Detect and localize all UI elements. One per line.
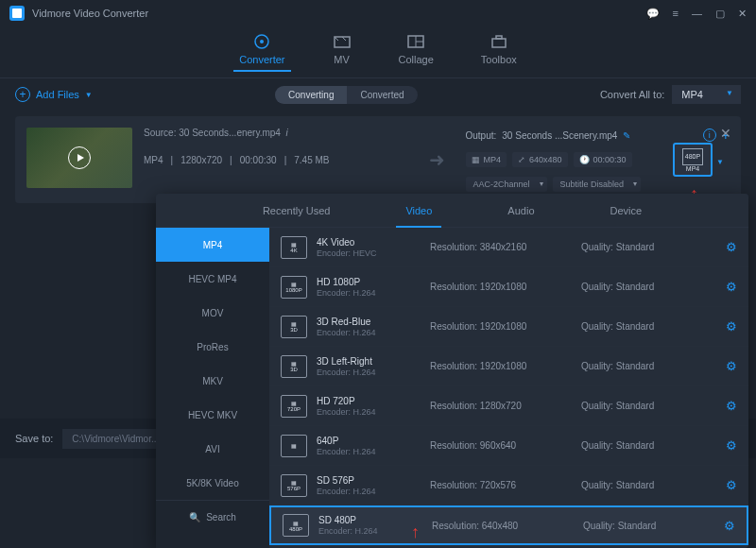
preset-encoder: Encoder: H.264 <box>317 328 421 337</box>
toolbox-icon <box>490 33 508 50</box>
preset-row[interactable]: ▦3D3D Left-RightEncoder: H.264Resolution… <box>269 347 748 386</box>
video-thumbnail[interactable] <box>26 128 132 188</box>
minimize-icon[interactable]: — <box>692 8 702 20</box>
format-mp4[interactable]: MP4 <box>156 228 269 262</box>
preset-badge-icon: ▦4K <box>281 236 307 259</box>
gear-icon[interactable]: ⚙ <box>726 478 737 492</box>
remove-file-button[interactable]: ✕ <box>720 126 731 141</box>
format-hevc-mkv[interactable]: HEVC MKV <box>156 398 269 432</box>
tab-collage-label: Collage <box>399 54 434 65</box>
gear-icon[interactable]: ⚙ <box>726 359 737 373</box>
svg-rect-2 <box>335 37 350 47</box>
preset-encoder: Encoder: H.264 <box>317 447 421 456</box>
subtab-converting[interactable]: Converting <box>275 86 347 104</box>
gear-icon[interactable]: ⚙ <box>724 519 735 533</box>
tab-toolbox-label: Toolbox <box>481 54 517 65</box>
feedback-icon[interactable]: 💬 <box>646 8 660 20</box>
convert-format-value: MP4 <box>681 89 703 100</box>
titlebar: Vidmore Video Converter 💬 ≡ — ▢ ✕ <box>0 0 756 26</box>
format-mkv[interactable]: MKV <box>156 364 269 398</box>
ptab-video[interactable]: Video <box>377 194 460 228</box>
app-logo-icon <box>9 6 25 21</box>
edit-icon[interactable]: ✎ <box>623 130 630 141</box>
preset-name: SD 576P <box>317 475 421 486</box>
svg-rect-7 <box>496 36 502 39</box>
preset-name: HD 720P <box>317 396 421 406</box>
preset-name: 4K Video <box>317 237 421 248</box>
svg-rect-6 <box>492 39 506 47</box>
output-preset-button[interactable]: 480P MP4 ▼ <box>673 143 713 177</box>
main-tabs: Converter MV Collage Toolbox <box>0 26 756 78</box>
sub-tabs: Converting Converted <box>275 86 418 104</box>
output-format: ▦MP4 <box>466 152 507 167</box>
preset-quality: Quality: Standard <box>581 480 685 490</box>
format-5k8k[interactable]: 5K/8K Video <box>156 466 269 500</box>
save-to-label: Save to: <box>15 433 53 444</box>
mv-icon <box>333 33 352 50</box>
ptab-device[interactable]: Device <box>582 194 671 228</box>
preset-row[interactable]: ▦640PEncoder: H.264Resolution: 960x640Qu… <box>269 426 748 466</box>
output-info-icon[interactable]: i <box>703 128 716 142</box>
format-avi[interactable]: AVI <box>156 432 269 466</box>
preset-quality: Quality: Standard <box>581 321 685 332</box>
preset-quality: Quality: Standard <box>581 282 685 292</box>
preset-name: 640P <box>317 436 421 446</box>
preset-row[interactable]: ▦720PHD 720PEncoder: H.264Resolution: 12… <box>269 386 748 426</box>
audio-track-select[interactable]: AAC-2Channel <box>466 177 547 192</box>
preset-badge-icon: ▦3D <box>281 316 307 338</box>
collage-icon <box>406 33 425 50</box>
close-icon[interactable]: ✕ <box>738 8 747 20</box>
menu-icon[interactable]: ≡ <box>673 8 679 20</box>
preset-quality: Quality: Standard <box>581 440 685 451</box>
tab-converter[interactable]: Converter <box>239 33 284 71</box>
gear-icon[interactable]: ⚙ <box>726 319 737 334</box>
subtitle-select[interactable]: Subtitle Disabled <box>553 177 642 192</box>
app-title: Vidmore Video Converter <box>32 8 148 19</box>
gear-icon[interactable]: ⚙ <box>726 399 737 413</box>
preset-badge-icon: ▦480P <box>283 514 309 537</box>
ptab-audio[interactable]: Audio <box>479 194 562 228</box>
annotation-arrow-icon: ↑ <box>411 522 420 542</box>
preset-quality: Quality: Standard <box>581 401 685 411</box>
gear-icon[interactable]: ⚙ <box>726 240 737 254</box>
info-icon[interactable]: i <box>285 128 287 138</box>
preset-resolution: Resolution: 640x480 <box>432 521 574 531</box>
preset-row[interactable]: ▦576PSD 576PEncoder: H.264Resolution: 72… <box>269 466 748 505</box>
gear-icon[interactable]: ⚙ <box>726 280 737 294</box>
source-resolution: 1280x720 <box>180 155 222 165</box>
format-mov[interactable]: MOV <box>156 296 269 330</box>
output-resolution: ⤢640x480 <box>512 152 568 167</box>
arrow-right-icon: ➜ <box>429 148 445 171</box>
preset-resolution: Resolution: 1920x1080 <box>430 321 572 332</box>
tab-collage[interactable]: Collage <box>399 33 434 71</box>
preset-resolution: Resolution: 720x576 <box>430 480 572 490</box>
preset-row[interactable]: ▦480PSD 480PEncoder: H.264Resolution: 64… <box>269 505 748 545</box>
convert-format-select[interactable]: MP4 ▼ <box>672 85 741 104</box>
chevron-down-icon: ▼ <box>85 91 93 99</box>
preset-encoder: Encoder: H.264 <box>317 368 421 377</box>
preset-badge-icon: ▦1080P <box>281 276 307 299</box>
maximize-icon[interactable]: ▢ <box>715 8 725 20</box>
preset-encoder: Encoder: H.264 <box>317 487 421 496</box>
gear-icon[interactable]: ⚙ <box>726 438 737 453</box>
converter-icon <box>252 33 271 50</box>
format-hevc-mp4[interactable]: HEVC MP4 <box>156 262 269 296</box>
subtab-converted[interactable]: Converted <box>347 86 417 104</box>
tab-toolbox[interactable]: Toolbox <box>481 33 517 71</box>
chevron-down-icon: ▼ <box>716 158 724 166</box>
preset-row[interactable]: ▦3D3D Red-BlueEncoder: H.264Resolution: … <box>269 307 748 347</box>
add-files-button[interactable]: + Add Files ▼ <box>15 87 93 102</box>
format-list: MP4 HEVC MP4 MOV ProRes MKV HEVC MKV AVI… <box>156 228 269 548</box>
source-filename: 30 Seconds...enery.mp4 <box>179 128 281 138</box>
format-prores[interactable]: ProRes <box>156 330 269 364</box>
output-filename: 30 Seconds ...Scenery.mp4 <box>502 130 617 141</box>
preset-row[interactable]: ▦4K4K VideoEncoder: HEVCResolution: 3840… <box>269 228 748 267</box>
ptab-recent[interactable]: Recently Used <box>234 194 359 228</box>
chevron-down-icon: ▼ <box>726 89 733 97</box>
preset-row[interactable]: ▦1080PHD 1080PEncoder: H.264Resolution: … <box>269 267 748 307</box>
tab-mv[interactable]: MV <box>333 33 352 71</box>
file-card: ✕ Source: 30 Seconds...enery.mp4 i MP4| … <box>15 116 741 203</box>
preset-list: ▦4K4K VideoEncoder: HEVCResolution: 3840… <box>269 228 748 548</box>
format-search[interactable]: 🔍Search <box>156 500 269 534</box>
preset-quality: Quality: Standard <box>581 361 685 371</box>
